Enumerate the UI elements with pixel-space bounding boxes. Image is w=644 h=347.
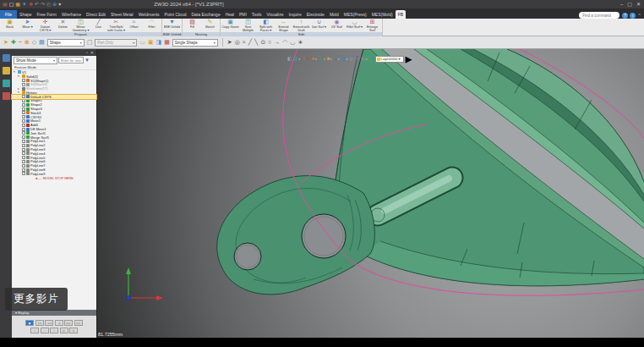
ribbon-uv-surf[interactable]: ◉UV Surf <box>328 19 346 32</box>
visibility-checkbox[interactable]: ✓ <box>22 128 25 131</box>
more-videos-button[interactable]: 更多影片 <box>5 288 68 311</box>
ribbon-trim-split-with-curve[interactable]: ✂Trim/Split with Curve ▾ <box>107 19 125 32</box>
tab-shape[interactable]: Shape <box>17 10 34 19</box>
app-menu-icon[interactable]: ▤ <box>3 1 8 8</box>
expand-icon[interactable]: ▾ <box>18 91 21 94</box>
sketch-display-icon[interactable]: ✎ <box>302 56 306 62</box>
visibility-checkbox[interactable] <box>22 83 25 86</box>
save-all-icon[interactable]: ✚ <box>29 1 33 8</box>
tab-pmi[interactable]: PMI <box>237 10 249 19</box>
viewbar-more-button[interactable]: ▸ <box>406 51 412 67</box>
find-command-input[interactable] <box>579 12 619 19</box>
maximize-button[interactable]: ▢ <box>627 1 632 8</box>
pick-mode-dropdown[interactable]: Single Shape▾ <box>172 39 218 47</box>
ribbon-mirror-geometry[interactable]: ◫Mirror Geometry ▾ <box>72 19 90 32</box>
show-mode-dropdown[interactable]: Show Mode ▾ <box>14 57 57 64</box>
customize-icon[interactable]: ▾ <box>58 1 61 8</box>
replay-options-button[interactable]: ▤ <box>69 328 78 333</box>
visibility-checkbox[interactable]: ✓ <box>22 172 25 175</box>
replay-loop-button[interactable]: ↺ <box>30 328 39 333</box>
filter-funnel-icon[interactable]: ▼ <box>85 58 90 63</box>
ribbon-fillet[interactable]: ◠Fillet <box>143 19 161 32</box>
visibility-checkbox[interactable]: ✓ <box>22 144 25 147</box>
face-color-icon[interactable]: ■ <box>327 56 330 62</box>
view-cube-icon[interactable]: ◧ <box>287 56 292 62</box>
render-mode-icon[interactable]: ▲ <box>319 56 323 62</box>
replay-back-button[interactable]: ◀ <box>55 320 63 326</box>
snap-arc-down-icon[interactable]: ◡ <box>290 38 295 47</box>
add-entity-icon[interactable]: ✚ <box>11 38 16 47</box>
replay-list-button[interactable]: ▦ <box>60 328 68 333</box>
grid-display-icon[interactable]: ▦ <box>341 56 345 62</box>
target-view-icon[interactable]: ◎ <box>349 56 353 62</box>
half-shade-icon[interactable]: ◨ <box>156 38 162 47</box>
snap-circle-icon[interactable]: ⊙ <box>260 38 265 47</box>
visibility-checkbox[interactable]: ✓ <box>22 160 25 163</box>
ribbon-move[interactable]: ➤Move ▾ <box>19 19 36 32</box>
expand-icon[interactable]: ▸ <box>18 87 21 91</box>
ribbon-stock[interactable]: ▣Stock <box>1 19 19 32</box>
regen-icon[interactable]: ◴ <box>46 1 51 8</box>
remove-entity-icon[interactable]: − <box>19 38 22 47</box>
replay-panel-header[interactable]: ▾ Replay <box>12 310 96 316</box>
add-icon[interactable]: ⊕ <box>52 1 57 8</box>
material-red-icon[interactable]: ● <box>308 56 310 62</box>
viewport[interactable]: ◧▨▾✎●●▾▲▾■▾◆▾▦▾◎%▣▾◨Layer0000▾▸ 81.7255m… <box>97 49 644 338</box>
tab-inquire[interactable]: Inquire <box>286 10 303 19</box>
tab-tools[interactable]: Tools <box>249 10 265 19</box>
close-button[interactable]: ✕ <box>636 1 641 8</box>
snap-line-2-icon[interactable]: ╲ <box>254 38 258 47</box>
tab-wireframe[interactable]: Wireframe <box>59 10 84 19</box>
manager-tab-assembly[interactable] <box>3 67 10 74</box>
manager-tab-history[interactable] <box>3 54 10 62</box>
visibility-checkbox[interactable]: ✓ <box>22 168 25 172</box>
visibility-checkbox[interactable]: ✓ <box>22 151 25 155</box>
tab-fb[interactable]: FB <box>396 10 406 19</box>
tab-mold[interactable]: Mold <box>327 10 341 19</box>
tab-point-cloud[interactable]: Point Cloud <box>162 10 189 19</box>
ribbon-offset[interactable]: ≈Offset <box>125 19 143 32</box>
replay-forward-fast-button[interactable]: ▶▶ <box>64 320 73 326</box>
visibility-checkbox[interactable]: ✓ <box>22 115 25 118</box>
snap-arc-up-icon[interactable]: ◠ <box>282 38 287 47</box>
visibility-checkbox[interactable]: ✓ <box>22 164 25 168</box>
visibility-checkbox[interactable]: ✓ <box>22 107 25 111</box>
visibility-checkbox[interactable]: ✓ <box>22 99 25 102</box>
visibility-checkbox[interactable]: ✓ <box>22 95 25 98</box>
snap-curve-icon[interactable]: ≈ <box>243 38 246 47</box>
replay-cancel-button[interactable]: ✕ <box>50 328 58 333</box>
visibility-checkbox[interactable]: ✓ <box>22 103 25 107</box>
new-file-icon[interactable]: ▢ <box>9 1 14 8</box>
close-panel-button[interactable]: ✕ <box>90 50 94 55</box>
list-filter-icon[interactable]: ▤ <box>39 38 45 47</box>
tab-electrode[interactable]: Electrode <box>304 10 327 19</box>
ribbon-extend-shape[interactable]: ↔Extend Shape <box>275 19 292 32</box>
tab-mes-press[interactable]: MES(Press) <box>341 10 369 19</box>
visibility-checkbox[interactable]: ✓ <box>22 131 25 135</box>
expand-icon[interactable]: ▾ <box>14 70 17 74</box>
ribbon-split-with-faces[interactable]: ◧Split with Faces ▾ <box>257 19 275 32</box>
polygon-filter-icon[interactable]: ◇ <box>32 38 36 47</box>
manager-tab-view[interactable] <box>3 92 10 100</box>
ribbon-line[interactable]: ╱Line <box>90 19 107 32</box>
ribbon-enlarge-surf[interactable]: ⊞Enlarge Surf <box>363 19 381 32</box>
pick-filter-icon[interactable]: ➤ <box>3 38 8 47</box>
ribbon-delete[interactable]: ✕Delete <box>54 19 72 32</box>
open-file-icon[interactable]: ▦ <box>15 1 20 8</box>
visibility-checkbox[interactable]: ✓ <box>22 148 25 151</box>
snap-point-icon[interactable]: ➤ <box>227 38 232 47</box>
help-icon[interactable]: ? <box>622 13 628 19</box>
layer-dropdown[interactable]: Layer0000▾ <box>375 56 404 63</box>
pin-panel-button[interactable]: ▫ <box>86 50 88 55</box>
tab-heal[interactable]: Heal <box>223 10 237 19</box>
display-mode-icon[interactable]: ▣ <box>361 56 365 62</box>
tab-file[interactable]: File <box>0 10 17 19</box>
redo-icon[interactable]: ↷ <box>41 1 45 8</box>
account-icon[interactable]: i <box>630 13 636 19</box>
visibility-checkbox[interactable]: ✓ <box>22 156 25 159</box>
snap-vector-icon[interactable]: → <box>274 38 280 47</box>
replay-back-fast-button[interactable]: ◀◀ <box>45 320 53 326</box>
tab-mes-mold[interactable]: MES(Mold) <box>369 10 396 19</box>
undo-icon[interactable]: ↶ <box>35 1 39 8</box>
ribbon-join-surf[interactable]: ∪Join Surf ▾ <box>310 19 328 32</box>
